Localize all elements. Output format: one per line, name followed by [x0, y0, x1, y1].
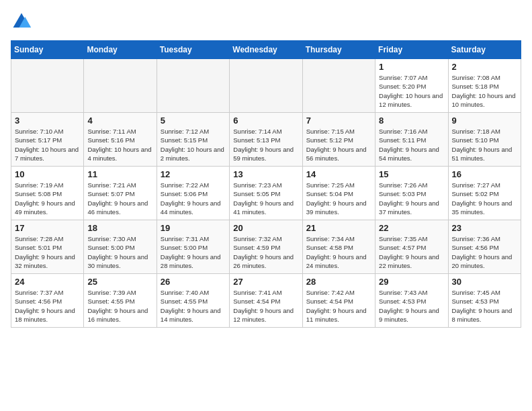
day-info: Sunrise: 7:43 AM Sunset: 4:53 PM Dayligh…: [379, 288, 444, 324]
calendar-cell: 3Sunrise: 7:10 AM Sunset: 5:17 PM Daylig…: [11, 113, 84, 167]
calendar-cell: 17Sunrise: 7:28 AM Sunset: 5:01 PM Dayli…: [11, 220, 84, 274]
day-number: 24: [15, 277, 80, 287]
weekday-header: Sunday: [11, 41, 84, 59]
calendar-cell: 27Sunrise: 7:41 AM Sunset: 4:54 PM Dayli…: [230, 274, 302, 328]
day-info: Sunrise: 7:34 AM Sunset: 4:58 PM Dayligh…: [306, 234, 371, 270]
calendar-cell: 20Sunrise: 7:32 AM Sunset: 4:59 PM Dayli…: [230, 220, 302, 274]
calendar-cell: 1Sunrise: 7:07 AM Sunset: 5:20 PM Daylig…: [375, 59, 448, 113]
calendar-cell: [302, 59, 375, 113]
day-number: 25: [87, 277, 152, 287]
calendar-cell: 16Sunrise: 7:27 AM Sunset: 5:02 PM Dayli…: [448, 167, 521, 220]
calendar-cell: 10Sunrise: 7:19 AM Sunset: 5:08 PM Dayli…: [11, 167, 84, 220]
page-header: [11, 11, 521, 32]
calendar-cell: 13Sunrise: 7:23 AM Sunset: 5:05 PM Dayli…: [230, 167, 302, 220]
day-number: 4: [87, 116, 152, 126]
calendar-cell: 9Sunrise: 7:18 AM Sunset: 5:10 PM Daylig…: [448, 113, 521, 167]
day-number: 27: [233, 277, 298, 287]
day-info: Sunrise: 7:16 AM Sunset: 5:11 PM Dayligh…: [379, 127, 444, 163]
calendar-cell: 6Sunrise: 7:14 AM Sunset: 5:13 PM Daylig…: [230, 113, 302, 167]
weekday-header: Tuesday: [157, 41, 229, 59]
calendar-cell: 30Sunrise: 7:45 AM Sunset: 4:53 PM Dayli…: [448, 274, 521, 328]
day-number: 21: [306, 223, 371, 233]
day-info: Sunrise: 7:07 AM Sunset: 5:20 PM Dayligh…: [379, 73, 444, 109]
day-info: Sunrise: 7:37 AM Sunset: 4:56 PM Dayligh…: [15, 288, 80, 324]
day-info: Sunrise: 7:36 AM Sunset: 4:56 PM Dayligh…: [452, 234, 517, 270]
weekday-header: Wednesday: [230, 41, 302, 59]
calendar-cell: [84, 59, 157, 113]
day-number: 19: [161, 223, 226, 233]
day-number: 3: [15, 116, 80, 126]
day-info: Sunrise: 7:23 AM Sunset: 5:05 PM Dayligh…: [233, 181, 298, 216]
calendar-cell: 8Sunrise: 7:16 AM Sunset: 5:11 PM Daylig…: [375, 113, 448, 167]
calendar-cell: 11Sunrise: 7:21 AM Sunset: 5:07 PM Dayli…: [84, 167, 157, 220]
calendar-cell: [230, 59, 302, 113]
day-number: 1: [379, 62, 444, 72]
calendar-cell: 29Sunrise: 7:43 AM Sunset: 4:53 PM Dayli…: [375, 274, 448, 328]
logo-icon: [11, 11, 32, 32]
day-number: 8: [379, 116, 444, 126]
calendar-cell: 26Sunrise: 7:40 AM Sunset: 4:55 PM Dayli…: [157, 274, 229, 328]
weekday-header: Saturday: [448, 41, 521, 59]
calendar-cell: 15Sunrise: 7:26 AM Sunset: 5:03 PM Dayli…: [375, 167, 448, 220]
day-number: 7: [306, 116, 371, 126]
calendar-cell: 28Sunrise: 7:42 AM Sunset: 4:54 PM Dayli…: [302, 274, 375, 328]
day-info: Sunrise: 7:22 AM Sunset: 5:06 PM Dayligh…: [161, 181, 226, 216]
calendar-cell: [157, 59, 229, 113]
day-info: Sunrise: 7:32 AM Sunset: 4:59 PM Dayligh…: [233, 234, 298, 270]
calendar-cell: 12Sunrise: 7:22 AM Sunset: 5:06 PM Dayli…: [157, 167, 229, 220]
day-number: 15: [379, 169, 444, 179]
day-number: 13: [233, 169, 298, 179]
day-info: Sunrise: 7:18 AM Sunset: 5:10 PM Dayligh…: [452, 127, 517, 163]
day-info: Sunrise: 7:27 AM Sunset: 5:02 PM Dayligh…: [452, 181, 517, 216]
day-number: 10: [15, 169, 80, 179]
calendar-cell: 24Sunrise: 7:37 AM Sunset: 4:56 PM Dayli…: [11, 274, 84, 328]
day-info: Sunrise: 7:31 AM Sunset: 5:00 PM Dayligh…: [161, 234, 226, 270]
day-info: Sunrise: 7:11 AM Sunset: 5:16 PM Dayligh…: [87, 127, 152, 163]
calendar-cell: 23Sunrise: 7:36 AM Sunset: 4:56 PM Dayli…: [448, 220, 521, 274]
logo: [11, 11, 36, 32]
day-info: Sunrise: 7:40 AM Sunset: 4:55 PM Dayligh…: [161, 288, 226, 324]
day-info: Sunrise: 7:30 AM Sunset: 5:00 PM Dayligh…: [87, 234, 152, 270]
day-info: Sunrise: 7:45 AM Sunset: 4:53 PM Dayligh…: [452, 288, 517, 324]
calendar-header: SundayMondayTuesdayWednesdayThursdayFrid…: [11, 41, 521, 59]
calendar-cell: 14Sunrise: 7:25 AM Sunset: 5:04 PM Dayli…: [302, 167, 375, 220]
day-number: 2: [452, 62, 517, 72]
calendar-cell: 4Sunrise: 7:11 AM Sunset: 5:16 PM Daylig…: [84, 113, 157, 167]
calendar-cell: 2Sunrise: 7:08 AM Sunset: 5:18 PM Daylig…: [448, 59, 521, 113]
day-number: 14: [306, 169, 371, 179]
calendar-cell: [11, 59, 84, 113]
day-number: 20: [233, 223, 298, 233]
day-info: Sunrise: 7:15 AM Sunset: 5:12 PM Dayligh…: [306, 127, 371, 163]
day-info: Sunrise: 7:12 AM Sunset: 5:15 PM Dayligh…: [161, 127, 226, 163]
day-number: 30: [452, 277, 517, 287]
day-info: Sunrise: 7:25 AM Sunset: 5:04 PM Dayligh…: [306, 181, 371, 216]
calendar-cell: 21Sunrise: 7:34 AM Sunset: 4:58 PM Dayli…: [302, 220, 375, 274]
day-info: Sunrise: 7:35 AM Sunset: 4:57 PM Dayligh…: [379, 234, 444, 270]
calendar-cell: 18Sunrise: 7:30 AM Sunset: 5:00 PM Dayli…: [84, 220, 157, 274]
calendar-cell: 7Sunrise: 7:15 AM Sunset: 5:12 PM Daylig…: [302, 113, 375, 167]
weekday-header: Monday: [84, 41, 157, 59]
day-info: Sunrise: 7:41 AM Sunset: 4:54 PM Dayligh…: [233, 288, 298, 324]
day-number: 12: [161, 169, 226, 179]
day-info: Sunrise: 7:10 AM Sunset: 5:17 PM Dayligh…: [15, 127, 80, 163]
day-number: 18: [87, 223, 152, 233]
weekday-header: Thursday: [302, 41, 375, 59]
calendar-cell: 19Sunrise: 7:31 AM Sunset: 5:00 PM Dayli…: [157, 220, 229, 274]
calendar-cell: 5Sunrise: 7:12 AM Sunset: 5:15 PM Daylig…: [157, 113, 229, 167]
day-number: 11: [87, 169, 152, 179]
day-number: 26: [161, 277, 226, 287]
day-number: 28: [306, 277, 371, 287]
day-info: Sunrise: 7:08 AM Sunset: 5:18 PM Dayligh…: [452, 73, 517, 109]
day-number: 23: [452, 223, 517, 233]
day-info: Sunrise: 7:39 AM Sunset: 4:55 PM Dayligh…: [87, 288, 152, 324]
day-number: 17: [15, 223, 80, 233]
day-info: Sunrise: 7:21 AM Sunset: 5:07 PM Dayligh…: [87, 181, 152, 216]
day-number: 29: [379, 277, 444, 287]
weekday-header: Friday: [375, 41, 448, 59]
calendar-cell: 22Sunrise: 7:35 AM Sunset: 4:57 PM Dayli…: [375, 220, 448, 274]
day-info: Sunrise: 7:28 AM Sunset: 5:01 PM Dayligh…: [15, 234, 80, 270]
day-info: Sunrise: 7:26 AM Sunset: 5:03 PM Dayligh…: [379, 181, 444, 216]
day-number: 22: [379, 223, 444, 233]
calendar-cell: 25Sunrise: 7:39 AM Sunset: 4:55 PM Dayli…: [84, 274, 157, 328]
day-info: Sunrise: 7:19 AM Sunset: 5:08 PM Dayligh…: [15, 181, 80, 216]
